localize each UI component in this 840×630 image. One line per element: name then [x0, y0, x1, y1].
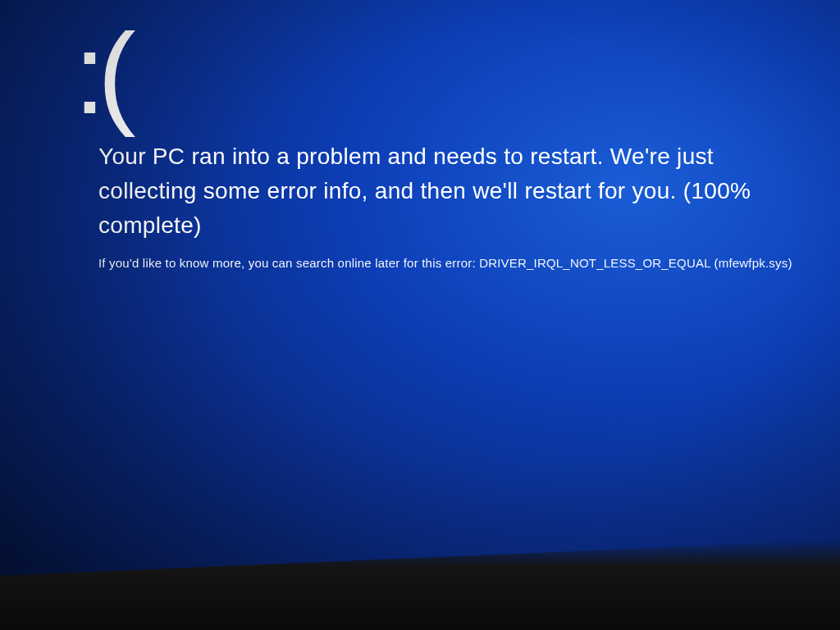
monitor-bottom-bezel: [0, 540, 840, 630]
error-secondary-message: If you'd like to know more, you can sear…: [98, 256, 807, 270]
bsod-screen: :( Your PC ran into a problem and needs …: [74, 16, 807, 270]
error-primary-message: Your PC ran into a problem and needs to …: [98, 139, 807, 243]
sad-face-icon: :(: [74, 16, 807, 131]
